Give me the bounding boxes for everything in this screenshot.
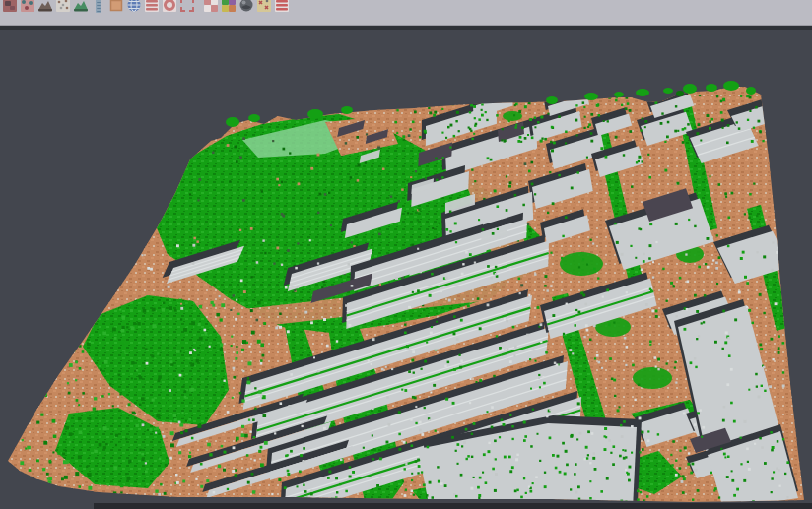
point-picking-icon[interactable] <box>55 0 71 13</box>
crop-marks-icon[interactable] <box>179 0 195 13</box>
clipping-box-icon[interactable] <box>2 0 18 13</box>
layers-list-icon[interactable] <box>144 0 160 13</box>
annotations-icon[interactable] <box>256 0 272 13</box>
toolbar <box>0 0 812 26</box>
render-sphere-icon[interactable] <box>238 0 254 13</box>
globe-icon[interactable] <box>126 0 142 13</box>
terrain-green-icon[interactable] <box>73 0 89 13</box>
clipping-cube-icon[interactable] <box>108 0 124 13</box>
target-ring-icon[interactable] <box>162 0 177 13</box>
viewport-3d[interactable] <box>0 30 812 509</box>
subsample-checker-icon[interactable] <box>203 0 219 13</box>
delete-rows-icon[interactable] <box>274 0 290 13</box>
point-cloud-render <box>0 30 812 509</box>
cross-section-icon[interactable] <box>20 0 35 13</box>
ruler-icon[interactable] <box>91 0 106 13</box>
classification-colors-icon[interactable] <box>221 0 237 13</box>
terrain-dark-icon[interactable] <box>37 0 53 13</box>
